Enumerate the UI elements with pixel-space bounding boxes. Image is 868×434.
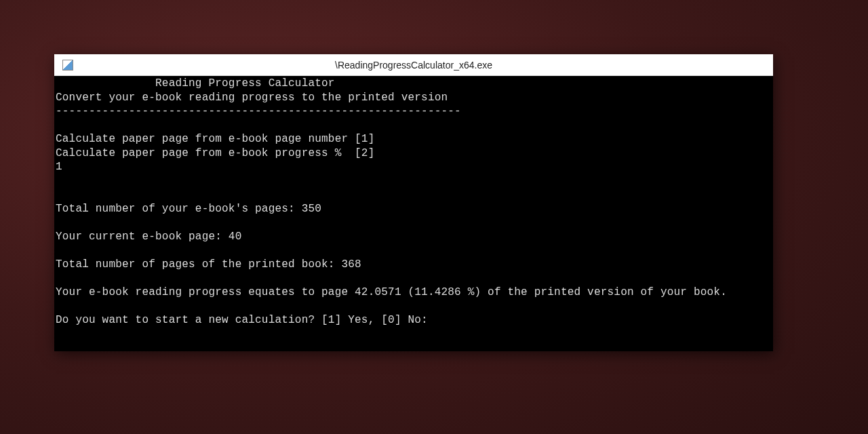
window-title: \ReadingProgressCalculator_x64.exe [335,60,492,71]
console-blank [56,119,62,132]
console-window: \ReadingProgressCalculator_x64.exe Readi… [54,54,773,351]
console-header: Reading Progress Calculator [56,77,335,90]
app-icon [62,60,73,71]
console-prompt-current-page: Your current e-book page: 40 [56,231,241,243]
console-prompt-total-printed: Total number of pages of the printed boo… [56,258,361,271]
console-output[interactable]: Reading Progress Calculator Convert your… [54,76,773,351]
console-prompt-total-ebook: Total number of your e-book's pages: 350 [56,203,321,215]
console-divider: ----------------------------------------… [56,105,461,117]
console-subtitle: Convert your e-book reading progress to … [56,92,448,104]
console-input-choice: 1 [56,161,62,173]
console-result: Your e-book reading progress equates to … [56,286,727,298]
console-option-1: Calculate paper page from e-book page nu… [56,133,374,145]
titlebar[interactable]: \ReadingProgressCalculator_x64.exe [54,54,773,76]
console-option-2: Calculate paper page from e-book progres… [56,147,374,159]
console-prompt-new-calc: Do you want to start a new calculation? … [56,314,428,326]
